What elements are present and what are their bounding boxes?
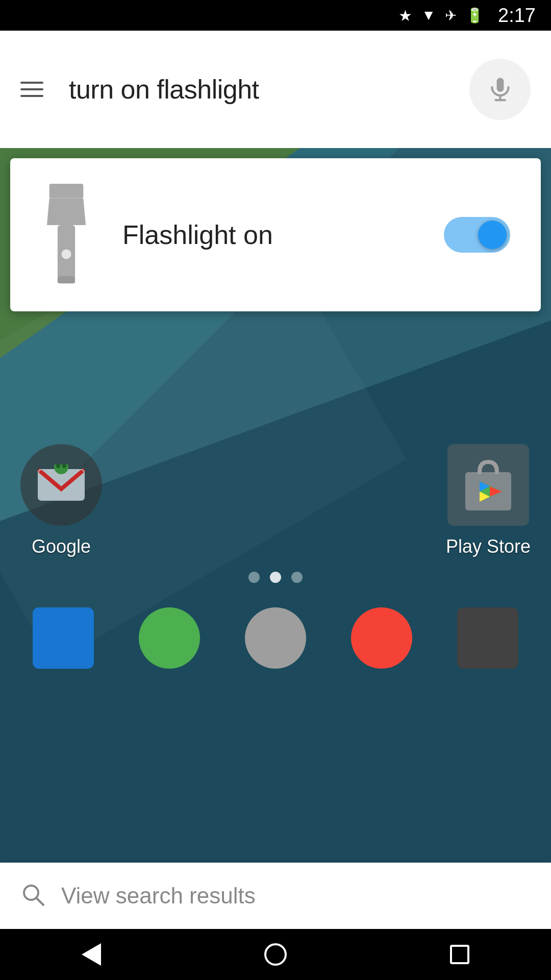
svg-rect-3 <box>49 184 84 199</box>
hamburger-line-2 <box>20 88 43 90</box>
hamburger-line-1 <box>20 82 43 84</box>
svg-point-5 <box>61 250 71 259</box>
app-icons-area: Google Play Store <box>0 444 551 557</box>
play-store-app-icon[interactable]: Play Store <box>446 444 531 557</box>
status-time: 2:17 <box>498 5 536 27</box>
google-icon-bg <box>20 444 102 526</box>
dot-1[interactable] <box>248 572 260 583</box>
back-button[interactable] <box>74 936 109 973</box>
flashlight-icon <box>41 184 92 286</box>
battery-icon: 🔋 <box>466 7 484 24</box>
bottom-apps-row <box>0 607 551 669</box>
toggle-thumb <box>478 220 507 249</box>
back-icon <box>82 943 101 966</box>
bottom-app-3[interactable] <box>245 607 306 669</box>
microphone-icon <box>486 76 514 104</box>
home-icon <box>264 943 287 966</box>
flashlight-toggle[interactable] <box>444 217 510 253</box>
microphone-button[interactable] <box>469 59 531 120</box>
dot-2[interactable] <box>270 572 281 583</box>
svg-rect-0 <box>496 78 504 92</box>
search-bar: turn on flashlight <box>0 31 551 148</box>
google-app-icon[interactable]: Google <box>20 444 102 557</box>
bottom-app-4[interactable] <box>351 607 412 669</box>
home-button[interactable] <box>257 936 294 973</box>
bottom-app-5[interactable] <box>457 607 518 669</box>
view-search-results-text: View search results <box>61 883 256 909</box>
page-dots-indicator <box>0 572 551 583</box>
play-store-icon <box>460 457 516 513</box>
nav-bar <box>0 929 551 980</box>
play-store-app-label: Play Store <box>446 536 531 557</box>
hamburger-menu-button[interactable] <box>20 82 43 97</box>
gmail-icon <box>36 464 87 505</box>
wifi-icon: ▼ <box>421 7 436 23</box>
status-bar: ★ ▼ ✈ 🔋 2:17 <box>0 0 551 31</box>
flashlight-label: Flashlight on <box>122 219 444 250</box>
recents-icon <box>450 945 469 964</box>
svg-line-18 <box>36 898 43 905</box>
search-result-icon <box>20 882 46 910</box>
play-store-icon-bg <box>447 444 529 526</box>
bottom-app-2[interactable] <box>139 607 200 669</box>
dot-3[interactable] <box>291 572 303 583</box>
hamburger-line-3 <box>20 95 43 97</box>
star-icon: ★ <box>398 7 412 24</box>
flashlight-card: Flashlight on <box>10 158 541 311</box>
google-app-label: Google <box>32 536 91 557</box>
view-search-results-bar[interactable]: View search results <box>0 863 551 929</box>
recents-button[interactable] <box>442 937 477 972</box>
airplane-icon: ✈ <box>445 7 457 24</box>
bottom-app-1[interactable] <box>33 607 94 669</box>
svg-rect-6 <box>58 276 75 283</box>
search-query-text: turn on flashlight <box>69 74 454 105</box>
flashlight-icon-wrap <box>41 184 92 286</box>
